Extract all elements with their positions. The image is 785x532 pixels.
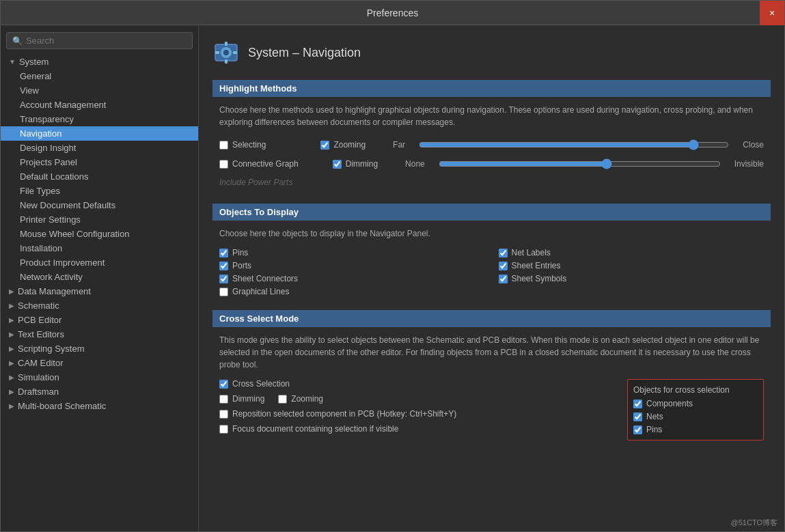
far-label: Far <box>393 140 405 150</box>
zooming-checkbox-label[interactable]: Zooming <box>320 140 366 150</box>
cross-selection-checkbox-label[interactable]: Cross Selection <box>219 379 614 389</box>
sidebar-item-projects-panel[interactable]: Projects Panel <box>1 155 198 169</box>
sidebar-item-account-management[interactable]: Account Management <box>1 98 198 112</box>
components-checkbox-label[interactable]: Components <box>633 399 758 408</box>
dimming-slider[interactable] <box>439 158 721 169</box>
sidebar-item-view[interactable]: View <box>1 83 198 98</box>
sidebar-item-system-label: System <box>19 57 49 67</box>
sidebar-item-schematic[interactable]: ▶ Schematic <box>1 298 198 313</box>
cross-select-mode-section: Cross Select Mode This mode gives the ab… <box>212 310 771 440</box>
sidebar-item-transparency[interactable]: Transparency <box>1 112 198 126</box>
chevron-down-icon: ▼ <box>9 58 16 66</box>
cross-zooming-checkbox[interactable] <box>278 395 287 404</box>
sidebar-item-multi-board-schematic[interactable]: ▶ Multi-board Schematic <box>1 399 198 413</box>
graphical-lines-checkbox[interactable] <box>219 288 228 296</box>
sidebar-item-pcb-editor[interactable]: ▶ PCB Editor <box>1 313 198 327</box>
sidebar-item-printer-settings[interactable]: Printer Settings <box>1 212 198 227</box>
selecting-checkbox[interactable] <box>219 141 228 150</box>
nets-label: Nets <box>646 412 663 421</box>
sheet-symbols-checkbox[interactable] <box>499 275 508 283</box>
cross-objects-box: Objects for cross selection Components <box>627 379 764 440</box>
content-area: 🔍 ▼ System General View Account Manageme… <box>1 25 784 531</box>
chevron-right-icon: ▶ <box>9 359 14 367</box>
close-button[interactable]: × <box>760 1 784 25</box>
include-power-parts: Include Power Parts <box>212 175 771 190</box>
pins-checkbox[interactable] <box>219 249 228 257</box>
ports-checkbox-label[interactable]: Ports <box>219 261 485 270</box>
sheet-connectors-checkbox-label[interactable]: Sheet Connectors <box>219 274 485 283</box>
search-box[interactable]: 🔍 <box>6 32 193 49</box>
cross-dimming-checkbox[interactable] <box>219 395 228 404</box>
search-input[interactable] <box>26 36 187 46</box>
sidebar-item-system[interactable]: ▼ System <box>1 55 198 69</box>
sidebar-item-network-activity[interactable]: Network Activity <box>1 270 198 284</box>
sidebar-item-mouse-wheel-configuration[interactable]: Mouse Wheel Configuration <box>1 227 198 241</box>
sidebar-item-installation[interactable]: Installation <box>1 241 198 255</box>
sidebar-item-cam-editor[interactable]: ▶ CAM Editor <box>1 356 198 370</box>
objects-to-display-header: Objects To Display <box>212 204 771 221</box>
page-icon <box>212 39 240 66</box>
svg-rect-3 <box>225 42 228 46</box>
title-bar: Preferences × <box>1 1 784 25</box>
connective-graph-checkbox-label[interactable]: Connective Graph <box>219 159 299 169</box>
sidebar-item-simulation[interactable]: ▶ Simulation <box>1 370 198 384</box>
chevron-right-icon: ▶ <box>9 345 14 352</box>
net-labels-checkbox[interactable] <box>499 249 508 257</box>
focus-checkbox-label[interactable]: Focus document containing selection if v… <box>219 424 614 434</box>
selecting-checkbox-label[interactable]: Selecting <box>219 140 266 150</box>
cross-select-mode-header: Cross Select Mode <box>212 310 771 327</box>
sidebar-item-draftsman[interactable]: ▶ Draftsman <box>1 384 198 399</box>
sidebar-item-general[interactable]: General <box>1 69 198 83</box>
net-labels-checkbox-label[interactable]: Net Labels <box>499 248 765 257</box>
sidebar-item-navigation[interactable]: Navigation <box>1 126 198 141</box>
sidebar-item-default-locations[interactable]: Default Locations <box>1 169 198 184</box>
objects-to-display-description: Choose here the objects to display in th… <box>219 227 764 240</box>
components-checkbox[interactable] <box>633 400 642 408</box>
connective-graph-checkbox[interactable] <box>219 160 228 169</box>
ports-checkbox[interactable] <box>219 262 228 270</box>
graphical-lines-checkbox-label[interactable]: Graphical Lines <box>219 287 485 296</box>
cross-pins-checkbox-label[interactable]: Pins <box>633 425 758 434</box>
zoom-slider[interactable] <box>419 139 729 150</box>
cross-zooming-checkbox-label[interactable]: Zooming <box>278 394 323 404</box>
search-icon: 🔍 <box>12 36 23 46</box>
sheet-symbols-checkbox-label[interactable]: Sheet Symbols <box>499 274 765 283</box>
cross-selection-label: Cross Selection <box>232 379 290 389</box>
dimming-checkbox-label[interactable]: Dimming <box>333 159 378 169</box>
chevron-right-icon: ▶ <box>9 402 14 410</box>
zooming-checkbox[interactable] <box>320 141 329 150</box>
objects-grid: Pins Net Labels Ports Sheet Entries <box>212 248 771 296</box>
chevron-right-icon: ▶ <box>9 331 14 338</box>
nets-checkbox-label[interactable]: Nets <box>633 412 758 421</box>
dialog-title: Preferences <box>367 8 418 18</box>
cross-objects-title: Objects for cross selection <box>633 385 758 395</box>
dimming-checkbox[interactable] <box>333 160 342 169</box>
pins-checkbox-label[interactable]: Pins <box>219 248 485 257</box>
reposition-label: Reposition selected component in PCB (Ho… <box>232 409 456 419</box>
cross-selection-checkbox[interactable] <box>219 380 228 389</box>
reposition-checkbox-label[interactable]: Reposition selected component in PCB (Ho… <box>219 409 614 419</box>
sheet-entries-checkbox[interactable] <box>499 262 508 270</box>
cross-dimming-checkbox-label[interactable]: Dimming <box>219 394 264 404</box>
sidebar-item-new-document-defaults[interactable]: New Document Defaults <box>1 198 198 212</box>
nets-checkbox[interactable] <box>633 412 642 421</box>
sheet-connectors-checkbox[interactable] <box>219 275 228 283</box>
selecting-label: Selecting <box>232 140 266 150</box>
sidebar-item-file-types[interactable]: File Types <box>1 184 198 198</box>
sidebar-item-product-improvement[interactable]: Product Improvement <box>1 255 198 270</box>
chevron-right-icon: ▶ <box>9 374 14 381</box>
sheet-entries-checkbox-label[interactable]: Sheet Entries <box>499 261 765 270</box>
sidebar-item-text-editors[interactable]: ▶ Text Editors <box>1 327 198 341</box>
sidebar-item-design-insight[interactable]: Design Insight <box>1 141 198 155</box>
focus-checkbox[interactable] <box>219 425 228 434</box>
reposition-checkbox[interactable] <box>219 410 228 419</box>
cross-objects-panel: Objects for cross selection Components <box>627 379 764 440</box>
close-label: Close <box>743 140 764 150</box>
sidebar-item-text-editors-label: Text Editors <box>18 329 64 339</box>
cross-pins-checkbox[interactable] <box>633 425 642 434</box>
sidebar-item-scripting-system[interactable]: ▶ Scripting System <box>1 341 198 356</box>
sidebar-item-data-management[interactable]: ▶ Data Management <box>1 284 198 298</box>
invisible-label: Invisible <box>734 159 764 169</box>
connective-graph-label: Connective Graph <box>232 159 299 169</box>
sheet-symbols-label: Sheet Symbols <box>512 274 567 283</box>
